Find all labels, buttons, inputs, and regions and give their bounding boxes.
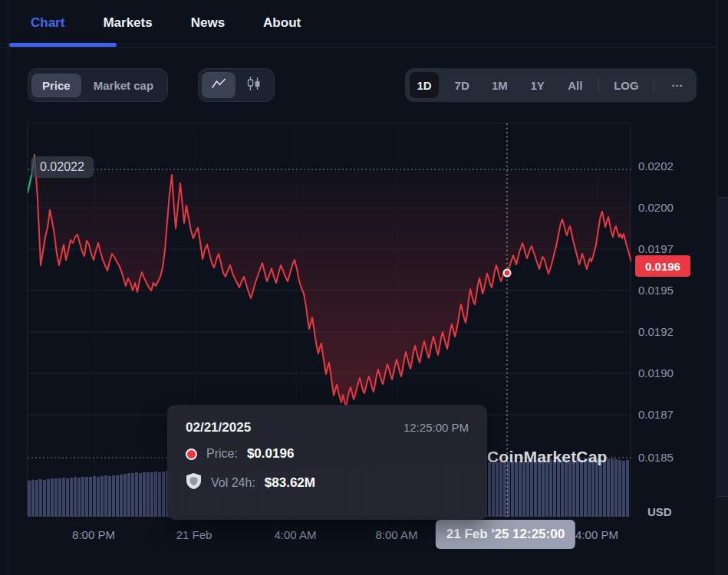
coin-chart-page: ChartMarketsNewsAbout PriceMarket cap — [0, 0, 728, 575]
tab-about[interactable]: About — [263, 15, 301, 31]
y-tick-0.0185: 0.0185 — [638, 451, 674, 464]
tooltip-vol-value: $83.62M — [265, 475, 315, 491]
header-divider — [0, 47, 728, 48]
y-tick-0.0202: 0.0202 — [638, 159, 674, 172]
crosshair-time-badge: 21 Feb '25 12:25:00 — [436, 520, 575, 549]
current-price-badge: 0.0196 — [635, 255, 690, 277]
tooltip-time: 12:25:00 PM — [404, 421, 469, 434]
line-chart-icon — [211, 78, 226, 93]
tab-chart[interactable]: Chart — [31, 15, 64, 31]
page-left-border — [8, 0, 8, 575]
x-tick-4-00-am: 4:00 AM — [274, 528, 316, 541]
price-series-dot-icon — [186, 449, 197, 460]
range-button-1m[interactable]: 1M — [485, 72, 514, 98]
range-divider — [598, 77, 599, 93]
chart-type-group — [198, 68, 275, 102]
range-button-1d[interactable]: 1D — [410, 72, 439, 98]
right-edge-strip-top — [717, 0, 728, 197]
y-tick-0.0197: 0.0197 — [638, 242, 674, 255]
x-tick-8-00-am: 8:00 AM — [375, 528, 417, 541]
x-tick-4-00-pm: 4:00 PM — [575, 528, 618, 541]
right-edge-strip-middle — [717, 197, 728, 496]
x-tick-21-feb: 21 Feb — [176, 528, 212, 541]
range-button-all[interactable]: All — [561, 72, 590, 98]
y-tick-0.0187: 0.0187 — [638, 408, 674, 421]
y-tick-0.0200: 0.0200 — [638, 201, 674, 214]
tooltip-price-label: Price: — [206, 447, 238, 461]
right-edge-strip-bottom — [717, 496, 728, 575]
open-price-badge: 0.02022 — [31, 156, 94, 178]
line-chart-type-button[interactable] — [202, 72, 236, 98]
tooltip-vol-label: Vol 24h: — [211, 476, 255, 490]
metric-toggle-price[interactable]: Price — [31, 74, 81, 97]
shield-icon — [186, 472, 202, 493]
x-tick-8-00-pm: 8:00 PM — [72, 528, 115, 541]
chart-tooltip: 02/21/2025 12:25:00 PM Price: $0.0196 Vo… — [167, 405, 487, 520]
metric-toggle-market-cap[interactable]: Market cap — [83, 74, 164, 97]
y-axis: 0.0196 USD 0.02020.02000.01970.01950.019… — [631, 0, 716, 575]
right-edge-hairline-lower — [717, 496, 728, 497]
right-edge-hairline-upper — [717, 197, 728, 198]
currency-unit-label: USD — [647, 505, 672, 518]
candlestick-chart-type-button[interactable] — [237, 72, 271, 98]
metric-toggle-group: PriceMarket cap — [28, 68, 168, 102]
y-tick-0.0192: 0.0192 — [638, 325, 674, 338]
x-axis: 21 Feb '25 12:25:00 8:00 PM21 Feb4:00 AM… — [0, 521, 728, 556]
range-button-7d[interactable]: 7D — [447, 72, 476, 98]
tab-news[interactable]: News — [191, 15, 225, 31]
y-tick-0.0190: 0.0190 — [638, 366, 674, 380]
range-button-1y[interactable]: 1Y — [523, 72, 552, 98]
candlestick-icon — [247, 76, 261, 94]
tooltip-price-value: $0.0196 — [247, 446, 294, 462]
tooltip-date: 02/21/2025 — [186, 420, 251, 435]
section-tab-bar: ChartMarketsNewsAbout — [31, 15, 301, 31]
y-tick-0.0195: 0.0195 — [638, 284, 674, 297]
coinmarketcap-watermark: CoinMarketCap — [487, 448, 608, 466]
tab-markets[interactable]: Markets — [103, 15, 152, 31]
